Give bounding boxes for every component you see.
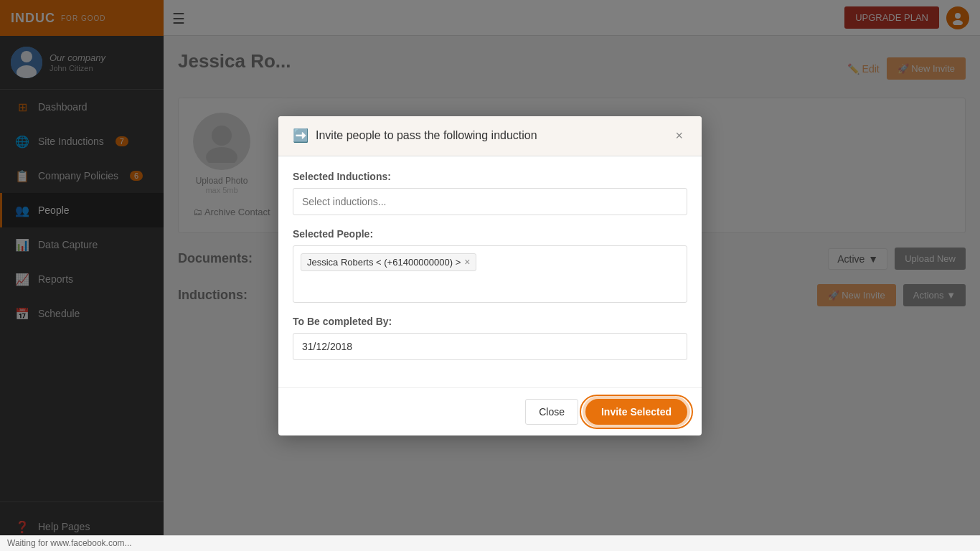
completion-date-group: To Be completed By: xyxy=(293,316,687,360)
invite-selected-button[interactable]: Invite Selected xyxy=(585,399,687,425)
completion-date-label: To Be completed By: xyxy=(293,316,687,327)
modal-title: ➡️ Invite people to pass the following i… xyxy=(293,128,537,143)
modal-overlay: ➡️ Invite people to pass the following i… xyxy=(0,0,980,551)
close-button[interactable]: Close xyxy=(525,399,578,425)
completion-date-input[interactable] xyxy=(293,333,687,360)
person-tag-remove-button[interactable]: × xyxy=(464,257,470,267)
selected-inductions-group: Selected Inductions: xyxy=(293,171,687,215)
people-label: Selected People: xyxy=(293,228,687,240)
inductions-label: Selected Inductions: xyxy=(293,171,687,182)
status-text: Waiting for www.facebook.com... xyxy=(7,538,132,548)
modal-close-button[interactable]: × xyxy=(671,127,687,145)
invite-selected-wrapper: Invite Selected xyxy=(585,399,687,425)
status-bar: Waiting for www.facebook.com... xyxy=(0,535,980,551)
modal-body: Selected Inductions: Selected People: Je… xyxy=(278,156,702,387)
login-icon: ➡️ xyxy=(293,128,308,143)
modal-header: ➡️ Invite people to pass the following i… xyxy=(278,116,702,156)
invite-modal: ➡️ Invite people to pass the following i… xyxy=(278,116,702,435)
selected-people-group: Selected People: Jessica Roberts < (+614… xyxy=(293,228,687,303)
person-tag: Jessica Roberts < (+61400000000) > × xyxy=(301,253,476,271)
inductions-select-input[interactable] xyxy=(293,188,687,215)
people-select-box[interactable]: Jessica Roberts < (+61400000000) > × xyxy=(293,245,687,303)
modal-footer: Close Invite Selected xyxy=(278,387,702,435)
